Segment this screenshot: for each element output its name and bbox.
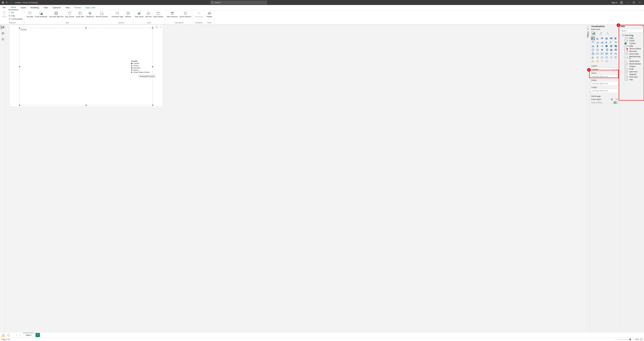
- sql-button[interactable]: SQL Server: [64, 11, 75, 18]
- field-checkbox[interactable]: [624, 66, 626, 68]
- viz-type-6[interactable]: [591, 41, 595, 44]
- field-checkbox[interactable]: [624, 79, 626, 81]
- table-financials[interactable]: ⌄ financials: [620, 34, 644, 37]
- viz-type-2[interactable]: [600, 37, 604, 40]
- field-checkbox[interactable]: [624, 53, 626, 55]
- field-checkbox[interactable]: [624, 45, 626, 47]
- field-more-icon[interactable]: ···: [642, 42, 643, 44]
- field-checkbox[interactable]: [624, 63, 626, 65]
- field-month-number[interactable]: ΣMonth Number: [620, 62, 644, 65]
- field-units-sold[interactable]: ΣUnits Sold: [620, 76, 644, 78]
- zoom-in-button[interactable]: +: [633, 338, 634, 340]
- menu-tab-home[interactable]: Home: [8, 5, 18, 10]
- data-search-input[interactable]: [621, 30, 643, 32]
- viz-type-30[interactable]: [591, 56, 595, 59]
- text-box-button[interactable]: AText box: [144, 11, 153, 18]
- next-page-button[interactable]: ▸: [19, 334, 22, 336]
- transform-data-button[interactable]: Transform data⌄: [111, 11, 124, 20]
- viz-type-22[interactable]: 123: [610, 48, 613, 52]
- keep-filters-toggle[interactable]: [613, 102, 618, 104]
- menu-tab-format[interactable]: Format: [72, 5, 83, 10]
- field-date[interactable]: ›Date: [620, 45, 644, 47]
- viz-type-39[interactable]: [605, 60, 608, 63]
- viz-type-20[interactable]: [600, 48, 604, 52]
- prev-page-button[interactable]: ◂: [14, 334, 18, 336]
- build-tab[interactable]: [592, 32, 596, 36]
- viz-type-3[interactable]: [605, 37, 608, 40]
- details-well[interactable]: Add data fields here: [591, 82, 618, 86]
- viz-type-26[interactable]: [600, 52, 604, 55]
- canvas-area[interactable]: ••• Country Country CanadaFranceGermanyM…: [6, 24, 586, 332]
- undo-icon[interactable]: [6, 1, 8, 4]
- viz-type-28[interactable]: R: [610, 52, 613, 55]
- field-checkbox[interactable]: [624, 74, 626, 76]
- sign-in-button[interactable]: Sign in: [612, 2, 618, 4]
- enter-data-button[interactable]: Enter data: [75, 11, 85, 18]
- sensitivity-button[interactable]: Sensitivity⌄: [194, 11, 204, 20]
- paste-button[interactable]: Paste: [1, 11, 8, 18]
- viz-type-32[interactable]: [600, 56, 604, 59]
- cut-button[interactable]: ✂Cut: [8, 11, 23, 14]
- visual-container[interactable]: Country Country CanadaFranceGermanyMexic…: [20, 28, 153, 106]
- viz-type-8[interactable]: [600, 41, 604, 44]
- close-icon[interactable]: ✕: [638, 1, 641, 4]
- field-discount-band[interactable]: Discount Band: [620, 47, 644, 50]
- viz-type-7[interactable]: [596, 41, 599, 44]
- viz-type-31[interactable]: [596, 56, 599, 59]
- chevron-down-icon[interactable]: ⌄: [613, 68, 614, 70]
- minimize-icon[interactable]: —: [626, 1, 629, 4]
- menu-tab-insert[interactable]: Insert: [18, 5, 28, 10]
- new-visual-button[interactable]: +New visual: [134, 11, 144, 18]
- viz-type-17[interactable]: [614, 44, 618, 48]
- viz-type-16[interactable]: [610, 44, 613, 48]
- new-measure-button[interactable]: New measure: [166, 11, 179, 18]
- remove-field-icon[interactable]: ✕: [616, 68, 617, 70]
- field-checkbox[interactable]: [624, 76, 626, 78]
- viz-type-9[interactable]: [605, 41, 608, 44]
- viz-type-15[interactable]: [605, 44, 608, 48]
- viz-type-12[interactable]: [591, 44, 595, 48]
- menu-tab-view[interactable]: View: [41, 5, 50, 10]
- menu-file[interactable]: File: [0, 5, 8, 10]
- copy-button[interactable]: ⧉Copy: [8, 14, 23, 17]
- field-profit[interactable]: ΣProfit: [620, 68, 644, 70]
- publish-button[interactable]: Publish: [206, 11, 213, 18]
- field-segment[interactable]: Segment: [620, 73, 644, 76]
- viz-type-37[interactable]: [596, 60, 599, 63]
- format-tab[interactable]: [598, 32, 603, 36]
- restore-icon[interactable]: [632, 1, 635, 4]
- field-checkbox[interactable]: [624, 71, 626, 73]
- viz-type-29[interactable]: Py: [614, 52, 618, 55]
- field-manufacturing-p-[interactable]: ΣManufacturing P…: [620, 55, 644, 60]
- viz-type-18[interactable]: [591, 48, 595, 52]
- viz-type-23[interactable]: [614, 48, 618, 52]
- save-icon[interactable]: [2, 1, 4, 4]
- recent-sources-button[interactable]: Recent sources⌄: [95, 11, 108, 20]
- viz-type-34[interactable]: [610, 56, 613, 59]
- global-search[interactable]: Search: [210, 0, 267, 4]
- field-checkbox[interactable]: [624, 60, 626, 62]
- more-visuals-button[interactable]: More visuals⌄: [152, 11, 164, 20]
- focus-mode-icon[interactable]: [156, 26, 158, 28]
- fit-to-page-button[interactable]: [640, 338, 642, 340]
- desktop-layout-button[interactable]: [1, 333, 5, 337]
- zoom-slider[interactable]: [618, 339, 632, 340]
- menu-tab-data-drill[interactable]: Data / Drill: [83, 5, 97, 10]
- viz-type-13[interactable]: [596, 44, 599, 48]
- field-cogs[interactable]: ΣCOGS: [620, 40, 644, 42]
- field-sale-price[interactable]: ΣSale Price: [620, 70, 644, 73]
- more-options-icon[interactable]: •••: [160, 26, 162, 28]
- analytics-tab[interactable]: [606, 32, 610, 36]
- caret-down-icon[interactable]: ⌄: [620, 34, 622, 36]
- viz-type-10[interactable]: [610, 41, 613, 44]
- viz-type-19[interactable]: [596, 48, 599, 52]
- dataverse-button[interactable]: Dataverse: [85, 11, 95, 18]
- menu-tab-optimize[interactable]: Optimize: [50, 5, 63, 10]
- menu-tab-modeling[interactable]: Modeling: [28, 5, 41, 10]
- field-sales[interactable]: ΣSales: [620, 37, 644, 40]
- field-checkbox[interactable]: [624, 68, 626, 70]
- field-checkbox[interactable]: [624, 42, 626, 44]
- refresh-button[interactable]: Refresh: [124, 11, 132, 18]
- field-product[interactable]: Product: [620, 65, 644, 68]
- viz-type-35[interactable]: [614, 56, 618, 59]
